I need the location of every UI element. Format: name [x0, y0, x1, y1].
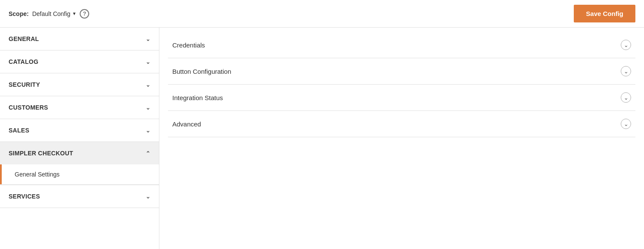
chevron-down-icon: ⌄	[624, 121, 628, 127]
sidebar-item-general-label: GENERAL	[9, 35, 39, 42]
chevron-down-icon: ▼	[72, 11, 76, 16]
scope-select[interactable]: Default Config ▼	[32, 10, 77, 17]
scope-label: Scope:	[9, 10, 29, 17]
sidebar-item-catalog-label: CATALOG	[9, 58, 38, 65]
chevron-down-icon: ⌄	[146, 104, 150, 111]
main-layout: GENERAL ⌄ CATALOG ⌄ SECURITY ⌄ CUSTOMERS…	[0, 28, 644, 249]
sidebar-item-simpler-checkout-label: SIMPLER CHECKOUT	[9, 150, 73, 157]
sidebar-item-services[interactable]: SERVICES ⌄	[0, 185, 159, 208]
sidebar-item-security[interactable]: SECURITY ⌄	[0, 73, 159, 96]
accordion-item-integration-status: Integration Status ⌄	[168, 85, 635, 111]
sidebar-item-simpler-checkout[interactable]: SIMPLER CHECKOUT ⌃ General Settings	[0, 142, 159, 185]
accordion-title-advanced: Advanced	[172, 120, 201, 128]
save-config-button[interactable]: Save Config	[574, 5, 635, 22]
chevron-down-icon: ⌄	[624, 95, 628, 101]
chevron-down-icon: ⌄	[624, 42, 628, 48]
general-settings-link[interactable]: General Settings	[0, 164, 159, 184]
accordion-toggle-advanced[interactable]: ⌄	[621, 119, 631, 129]
accordion-toggle-button-configuration[interactable]: ⌄	[621, 66, 631, 76]
accordion-item-button-configuration: Button Configuration ⌄	[168, 58, 635, 85]
sidebar-item-catalog[interactable]: CATALOG ⌄	[0, 50, 159, 73]
chevron-down-icon: ⌄	[146, 59, 150, 65]
accordion-header-advanced[interactable]: Advanced ⌄	[168, 111, 635, 137]
scope-value: Default Config	[32, 10, 71, 17]
sidebar-item-sales[interactable]: SALES ⌄	[0, 119, 159, 142]
accordion-title-button-configuration: Button Configuration	[172, 68, 231, 75]
accordion-header-integration-status[interactable]: Integration Status ⌄	[168, 85, 635, 110]
accordion-header-credentials[interactable]: Credentials ⌄	[168, 32, 635, 58]
sidebar-item-sales-label: SALES	[9, 127, 29, 134]
accordion-toggle-credentials[interactable]: ⌄	[621, 40, 631, 50]
accordion-header-button-configuration[interactable]: Button Configuration ⌄	[168, 58, 635, 84]
content-area: Credentials ⌄ Button Configuration ⌄ Int…	[159, 28, 644, 249]
accordion-toggle-integration-status[interactable]: ⌄	[621, 92, 631, 103]
sidebar-item-customers-label: CUSTOMERS	[9, 104, 48, 111]
chevron-down-icon: ⌄	[146, 193, 150, 200]
chevron-down-icon: ⌄	[624, 68, 628, 75]
scope-area: Scope: Default Config ▼ ?	[9, 9, 89, 19]
chevron-up-icon: ⌃	[146, 150, 150, 157]
sidebar-subitem-general-settings[interactable]: General Settings	[0, 164, 159, 185]
sidebar-item-customers[interactable]: CUSTOMERS ⌄	[0, 96, 159, 119]
sidebar-item-services-label: SERVICES	[9, 193, 40, 200]
accordion-item-credentials: Credentials ⌄	[168, 32, 635, 58]
chevron-down-icon: ⌄	[146, 36, 150, 42]
accordion-item-advanced: Advanced ⌄	[168, 111, 635, 137]
chevron-down-icon: ⌄	[146, 127, 150, 134]
help-icon[interactable]: ?	[80, 9, 89, 19]
sidebar-item-security-label: SECURITY	[9, 81, 40, 88]
top-bar: Scope: Default Config ▼ ? Save Config	[0, 0, 644, 28]
sidebar: GENERAL ⌄ CATALOG ⌄ SECURITY ⌄ CUSTOMERS…	[0, 28, 159, 249]
sidebar-item-general[interactable]: GENERAL ⌄	[0, 28, 159, 50]
accordion-title-credentials: Credentials	[172, 41, 205, 49]
chevron-down-icon: ⌄	[146, 82, 150, 88]
accordion-title-integration-status: Integration Status	[172, 94, 223, 101]
